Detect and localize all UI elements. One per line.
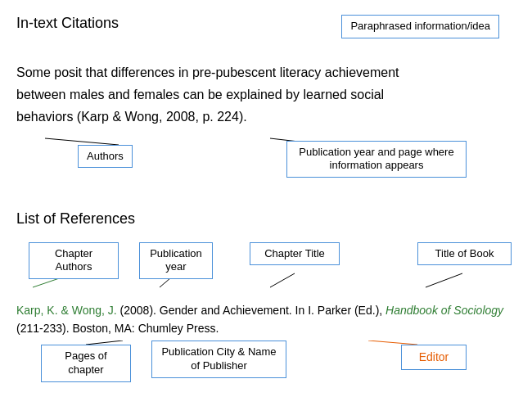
- citation-line1: Some posit that differences in pre-pubes…: [16, 65, 399, 79]
- references-section: List of References Chapter Authors Publi…: [16, 210, 516, 399]
- svg-line-0: [45, 138, 119, 145]
- chapter-title-callout: Chapter Title: [250, 242, 340, 266]
- editor-label: Editor: [419, 350, 449, 363]
- editor-callout: Editor: [401, 345, 467, 370]
- svg-line-4: [270, 273, 295, 287]
- ref-line2: (211-233). Boston, MA: Chumley Press.: [16, 322, 219, 335]
- ref-authors: Karp, K. & Wong, J.: [16, 304, 117, 317]
- citation-line3: behaviors (Karp & Wong, 2008, p. 224).: [16, 110, 247, 124]
- pages-chapter-label: Pages of chapter: [65, 350, 106, 376]
- pubyear-callout: Publication year and page where informat…: [286, 141, 467, 178]
- references-title: List of References: [16, 210, 516, 228]
- ref-book-title: Handbook of Sociology: [385, 304, 503, 317]
- citation-line2: between males and females can be explain…: [16, 88, 384, 101]
- title-book-callout: Title of Book: [417, 242, 512, 266]
- pub-city-callout: Publication City & Name of Publisher: [151, 341, 286, 378]
- ref-mid: (2008). Gender and Achievement. In I. Pa…: [117, 304, 385, 317]
- pub-year-callout: Publication year: [139, 242, 213, 280]
- ref-bottom-annotations: Pages of chapter Publication City & Name…: [16, 341, 516, 398]
- chapter-title-label: Chapter Title: [264, 247, 325, 259]
- ref-top-annotations: Chapter Authors Publication year Chapter…: [16, 234, 516, 300]
- pub-year-label: Publication year: [150, 247, 202, 273]
- title-book-label: Title of Book: [435, 247, 494, 259]
- pubyear-label: Publication year and page where informat…: [299, 146, 453, 172]
- pub-city-label: Publication City & Name of Publisher: [161, 345, 276, 372]
- svg-line-5: [426, 273, 462, 287]
- reference-text: Karp, K. & Wong, J. (2008). Gender and A…: [16, 301, 516, 338]
- intext-section: In-text Citations Paraphrased informatio…: [16, 15, 516, 186]
- citation-text: Some posit that differences in pre-pubes…: [16, 61, 516, 129]
- paraphrase-box: Paraphrased information/idea: [341, 15, 499, 38]
- chapter-authors-label: Chapter Authors: [55, 247, 92, 273]
- pages-chapter-callout: Pages of chapter: [41, 345, 131, 382]
- intext-annotations: Authors Publication year and page where …: [16, 137, 516, 186]
- chapter-authors-callout: Chapter Authors: [29, 242, 119, 280]
- authors-callout: Authors: [78, 145, 133, 169]
